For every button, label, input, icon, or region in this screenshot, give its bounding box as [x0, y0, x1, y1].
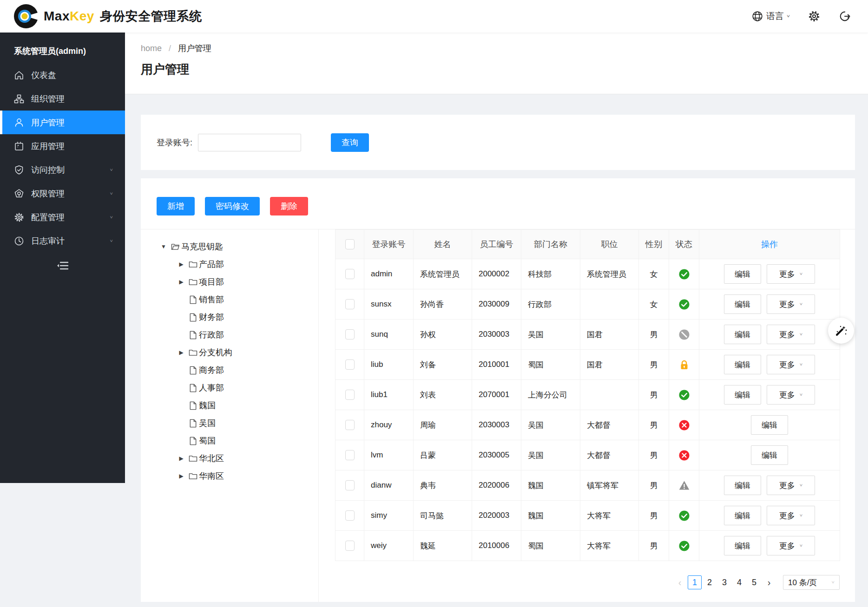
row-checkbox[interactable]: [345, 510, 355, 521]
tree-node-2[interactable]: 销售部: [160, 291, 318, 308]
edit-button[interactable]: 编辑: [724, 355, 761, 374]
caret-right-icon[interactable]: ▶: [178, 473, 184, 479]
edit-button[interactable]: 编辑: [724, 264, 761, 284]
row-checkbox[interactable]: [345, 359, 355, 370]
caret-right-icon[interactable]: ▶: [178, 279, 184, 285]
row-select-cell: [335, 440, 364, 470]
sidebar-item-5[interactable]: 权限管理˅: [0, 182, 125, 205]
file-icon: [189, 366, 197, 375]
tree-node-5[interactable]: ▶分支机构: [160, 344, 318, 361]
change-password-button[interactable]: 密码修改: [205, 197, 260, 215]
edit-button[interactable]: 编辑: [751, 445, 788, 465]
query-button[interactable]: 查询: [331, 133, 369, 152]
edit-button[interactable]: 编辑: [751, 415, 788, 435]
tree-node-11[interactable]: ▶华北区: [160, 450, 318, 467]
cell-status: [669, 470, 699, 501]
brand-title: MaxKey 身份安全管理系统: [44, 8, 202, 25]
row-checkbox[interactable]: [345, 299, 355, 309]
more-button[interactable]: 更多˅: [767, 355, 815, 374]
edit-button[interactable]: 编辑: [724, 536, 761, 555]
row-checkbox[interactable]: [345, 450, 355, 460]
pager-page-2[interactable]: 2: [703, 575, 717, 589]
edit-button[interactable]: 编辑: [724, 385, 761, 405]
cell-name: 孙权: [414, 320, 472, 350]
cell-position: 大都督: [580, 410, 639, 440]
cell-gender: 女: [639, 289, 669, 320]
more-button[interactable]: 更多˅: [767, 536, 815, 555]
caret-right-icon[interactable]: ▶: [178, 261, 184, 268]
status-inactive-icon: [679, 450, 690, 461]
cell-department: 魏国: [521, 501, 580, 531]
page-size-select[interactable]: 10 条/页˅: [783, 575, 840, 590]
edit-button[interactable]: 编辑: [724, 325, 761, 344]
cell-gender: 男: [639, 320, 669, 350]
tree-node-1[interactable]: ▶项目部: [160, 273, 318, 291]
tree-node-4[interactable]: 行政部: [160, 326, 318, 344]
file-icon: [189, 419, 197, 428]
pager-page-5[interactable]: 5: [747, 575, 761, 589]
more-button[interactable]: 更多˅: [767, 385, 815, 405]
row-checkbox[interactable]: [345, 390, 355, 400]
cell-name: 周瑜: [414, 410, 472, 440]
more-button[interactable]: 更多˅: [767, 325, 815, 344]
account-input[interactable]: [198, 134, 301, 151]
pager-page-3[interactable]: 3: [717, 575, 731, 589]
edit-button[interactable]: 编辑: [724, 294, 761, 314]
sidebar-item-4[interactable]: 访问控制˅: [0, 158, 125, 182]
col-header-4: 职位: [580, 230, 639, 259]
tree-node-10[interactable]: 蜀国: [160, 432, 318, 450]
pager-prev[interactable]: ‹: [673, 575, 687, 589]
edit-button[interactable]: 编辑: [724, 476, 761, 495]
caret-right-icon[interactable]: ▶: [178, 349, 184, 356]
more-button[interactable]: 更多˅: [767, 476, 815, 495]
sidebar-item-0[interactable]: 仪表盘: [0, 63, 125, 87]
tree-node-3[interactable]: 财务部: [160, 308, 318, 326]
edit-button[interactable]: 编辑: [724, 506, 761, 525]
delete-button[interactable]: 删除: [270, 197, 308, 215]
tree-node-0[interactable]: ▶产品部: [160, 255, 318, 273]
folder-open-icon: [171, 242, 180, 251]
pager-page-4[interactable]: 4: [732, 575, 746, 589]
page-size-value: 10 条/页: [788, 577, 817, 588]
tree-node-7[interactable]: 人事部: [160, 379, 318, 397]
cell-actions: 编辑: [699, 410, 840, 440]
row-checkbox[interactable]: [345, 541, 355, 551]
language-selector[interactable]: 语言 ˅: [751, 10, 790, 22]
caret-down-icon[interactable]: ▼: [160, 243, 167, 250]
row-checkbox[interactable]: [345, 269, 355, 279]
cell-gender: 男: [639, 470, 669, 501]
cell-gender: 男: [639, 350, 669, 380]
more-button[interactable]: 更多˅: [767, 294, 815, 314]
pager-page-1[interactable]: 1: [688, 575, 702, 589]
pager-next[interactable]: ›: [762, 575, 776, 589]
caret-right-icon[interactable]: ▶: [178, 455, 184, 462]
more-button[interactable]: 更多˅: [767, 506, 815, 525]
tree-node-9[interactable]: 吴国: [160, 414, 318, 432]
sidebar-item-7[interactable]: 日志审计˅: [0, 229, 125, 253]
logout-icon[interactable]: [838, 10, 851, 23]
tree-node-label: 行政部: [199, 329, 224, 340]
settings-gear-icon[interactable]: [808, 10, 821, 23]
sidebar-item-1[interactable]: 组织管理: [0, 87, 125, 111]
sidebar-item-2[interactable]: 用户管理: [0, 111, 125, 134]
more-button[interactable]: 更多˅: [767, 264, 815, 284]
tree-node-8[interactable]: 魏国: [160, 397, 318, 414]
select-all-checkbox[interactable]: [345, 239, 355, 249]
tree-root[interactable]: ▼马克思钥匙: [160, 238, 318, 255]
tree-node-6[interactable]: 商务部: [160, 361, 318, 379]
breadcrumb-home[interactable]: home: [141, 44, 162, 53]
chevron-down-icon: ˅: [110, 238, 113, 243]
cell-name: 典韦: [414, 470, 472, 501]
sidebar-item-6[interactable]: 配置管理˅: [0, 205, 125, 229]
tree-node-12[interactable]: ▶华南区: [160, 467, 318, 485]
tree-node-label: 人事部: [199, 382, 224, 393]
row-checkbox[interactable]: [345, 480, 355, 490]
floating-assistant-button[interactable]: [828, 318, 854, 344]
sidebar-item-3[interactable]: 应用管理: [0, 134, 125, 158]
add-button[interactable]: 新增: [157, 197, 195, 215]
row-select-cell: [335, 380, 364, 410]
row-checkbox[interactable]: [345, 420, 355, 430]
menu-collapse-icon[interactable]: [56, 259, 70, 272]
row-checkbox[interactable]: [345, 329, 355, 339]
cell-employee-id: 2020006: [472, 470, 521, 501]
